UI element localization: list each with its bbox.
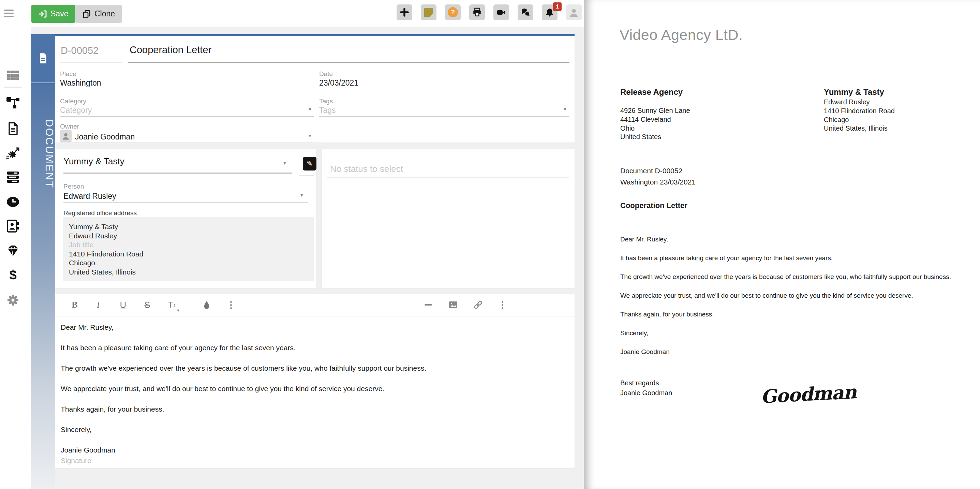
editor-paragraph: It has been a pleasure taking care of yo… xyxy=(61,344,501,352)
category-select[interactable]: Category xyxy=(60,106,92,115)
user-menu-button[interactable] xyxy=(566,5,582,20)
preview-to-header: Yummy & Tasty xyxy=(824,87,884,97)
preview-from-header: Release Agency xyxy=(620,87,682,97)
user-avatar-icon xyxy=(569,7,579,18)
document-tab-label: DOCUMENT xyxy=(31,89,55,219)
tab-document-active[interactable] xyxy=(31,34,55,83)
person-dropdown-arrow-icon[interactable]: ▼ xyxy=(299,192,304,198)
clock-icon xyxy=(5,194,21,209)
preview-paragraph: Dear Mr. Rusley, xyxy=(620,235,965,243)
insert-link-button[interactable] xyxy=(471,298,485,312)
sidebar-item-time[interactable] xyxy=(5,194,21,209)
notes-button[interactable] xyxy=(421,5,436,20)
contact-book-icon xyxy=(5,218,21,234)
preview-to-line: Chicago xyxy=(824,116,895,124)
owner-label: Owner xyxy=(60,123,79,130)
sidebar-item-documents[interactable] xyxy=(5,121,21,136)
video-camera-icon xyxy=(496,8,506,17)
preview-letter-body: Dear Mr. Rusley, It has been a pleasure … xyxy=(620,235,965,366)
signature-placeholder[interactable]: Signature xyxy=(61,457,501,465)
app-sidebar: $ xyxy=(0,27,31,489)
minus-icon xyxy=(425,304,432,306)
text-size-button[interactable]: T↕▼ xyxy=(165,298,179,312)
gear-icon xyxy=(5,293,21,307)
company-select[interactable]: Yummy & Tasty xyxy=(64,156,124,167)
preview-from-address: 4926 Sunny Glen Lane 44114 Cleveland Ohi… xyxy=(620,107,690,142)
preview-to-line: 1410 Flinderation Road xyxy=(824,107,895,116)
tags-dropdown-arrow-icon[interactable]: ▼ xyxy=(563,107,567,112)
clone-button[interactable]: Clone xyxy=(75,5,122,23)
registered-address-label: Registered office address xyxy=(64,209,137,217)
italic-button[interactable]: I xyxy=(91,298,105,312)
more-dots-icon xyxy=(501,301,503,309)
print-button[interactable] xyxy=(469,5,485,20)
editor-paragraph: Joanie Goodman xyxy=(61,446,501,454)
editor-body[interactable]: Dear Mr. Rusley, It has been a pleasure … xyxy=(61,323,501,465)
underline-button[interactable]: U xyxy=(116,298,130,312)
editor-paragraph: The growth we've experienced over the ye… xyxy=(61,364,501,373)
insert-image-button[interactable] xyxy=(446,298,460,312)
more-insert-button[interactable] xyxy=(495,298,509,312)
topbar-icon-group: ? 1 xyxy=(396,5,582,20)
preview-paragraph: It has been a pleasure taking care of yo… xyxy=(620,254,965,262)
sidebar-item-crm[interactable] xyxy=(5,243,21,258)
chat-bubbles-icon xyxy=(521,8,530,17)
sidebar-item-finance[interactable]: $ xyxy=(5,268,21,282)
address-country: United States, Illinois xyxy=(69,268,314,277)
editor-paragraph: We appreciate your trust, and we'll do o… xyxy=(61,385,501,393)
tags-select[interactable]: Tags xyxy=(319,106,336,115)
status-empty-text: No status to select xyxy=(330,164,403,174)
clone-button-label: Clone xyxy=(94,9,115,18)
category-dropdown-arrow-icon[interactable]: ▼ xyxy=(307,107,312,112)
strikethrough-button[interactable]: S xyxy=(140,298,154,312)
more-format-button[interactable] xyxy=(224,298,238,312)
owner-dropdown-arrow-icon[interactable]: ▼ xyxy=(307,133,312,139)
registered-address-box: Yummy & Tasty Edward Rusley Job title 14… xyxy=(63,217,314,281)
save-arrow-icon xyxy=(38,10,47,18)
document-icon xyxy=(5,121,21,136)
text-size-caret-icon: ▼ xyxy=(176,308,180,312)
dollar-icon: $ xyxy=(9,268,16,282)
editor-paragraph: Dear Mr. Rusley, xyxy=(61,323,501,331)
owner-select[interactable]: Joanie Goodman xyxy=(75,132,135,142)
document-title-input[interactable]: Cooperation Letter xyxy=(130,44,212,56)
bold-button[interactable]: B xyxy=(68,298,81,312)
messages-button[interactable] xyxy=(518,5,533,20)
help-icon: ? xyxy=(448,7,458,18)
edit-company-button[interactable]: ✎ xyxy=(303,157,317,170)
link-icon xyxy=(473,300,483,310)
text-color-button[interactable] xyxy=(200,298,213,312)
preview-from-line: 44114 Cleveland xyxy=(620,115,690,124)
address-company: Yummy & Tasty xyxy=(69,222,314,231)
preview-to-address: Edward Rusley 1410 Flinderation Road Chi… xyxy=(824,98,895,133)
company-dropdown-arrow-icon[interactable]: ▼ xyxy=(282,160,287,166)
sidebar-item-records[interactable] xyxy=(5,170,21,185)
preview-closing-name: Joanie Goodman xyxy=(620,389,672,397)
sidebar-item-contacts[interactable] xyxy=(5,218,21,234)
editor-paragraph: Thanks again, for your business. xyxy=(61,405,501,413)
sidebar-item-automation[interactable] xyxy=(5,146,21,161)
save-button-label: Save xyxy=(51,9,68,18)
notifications-button[interactable]: 1 xyxy=(542,5,557,20)
topbar: Save Clone ? xyxy=(0,0,584,27)
date-input[interactable]: 23/03/2021 xyxy=(319,78,358,88)
company-panel: Yummy & Tasty ▼ ✎ Person Edward Rusley ▼… xyxy=(55,149,317,288)
editor-card: B I U S T↕▼ Dear Mr. Rusley, It has been… xyxy=(55,294,574,468)
owner-avatar xyxy=(60,130,72,142)
preview-paragraph: The growth we've experienced over the ye… xyxy=(620,273,965,280)
sticky-note-icon xyxy=(424,8,433,17)
place-input[interactable]: Washington xyxy=(60,78,101,88)
sidebar-item-workflow[interactable] xyxy=(5,96,21,110)
hamburger-menu-icon[interactable] xyxy=(4,10,14,18)
server-stack-icon xyxy=(5,170,21,185)
document-tab-body[interactable]: DOCUMENT xyxy=(31,83,55,489)
preview-to-line: United States, Illinois xyxy=(824,124,895,133)
help-button[interactable]: ? xyxy=(445,5,461,20)
sidebar-item-settings[interactable] xyxy=(5,293,21,307)
sidebar-item-apps[interactable] xyxy=(5,68,21,83)
horizontal-rule-button[interactable] xyxy=(422,298,435,312)
save-button[interactable]: Save xyxy=(31,5,75,23)
video-call-button[interactable] xyxy=(493,5,509,20)
add-button[interactable] xyxy=(396,5,412,20)
person-select[interactable]: Edward Rusley xyxy=(64,192,116,201)
